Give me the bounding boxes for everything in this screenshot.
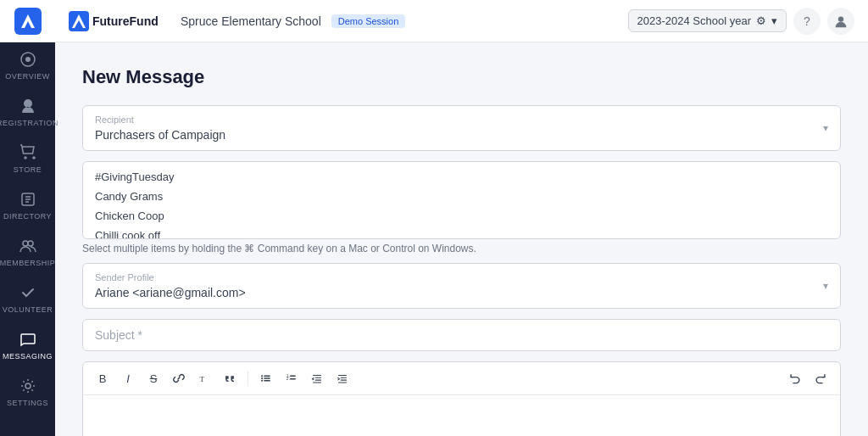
svg-point-17: [261, 375, 263, 377]
sender-select[interactable]: Sender Profile Ariane <ariane@gmail.com>…: [82, 263, 841, 309]
sender-label: Sender Profile: [95, 272, 246, 282]
editor-toolbar: B I S T 1.2.: [83, 362, 840, 395]
svg-rect-26: [290, 378, 296, 379]
registration-icon: [19, 98, 36, 116]
list-item[interactable]: Chicken Coop: [83, 206, 840, 226]
svg-rect-18: [264, 376, 270, 377]
settings-icon: [19, 377, 36, 396]
sidebar-item-messaging[interactable]: Messaging: [0, 322, 55, 369]
sidebar-item-membership[interactable]: Membership: [0, 229, 55, 276]
list-item[interactable]: #GivingTuesday: [83, 167, 840, 187]
italic-button[interactable]: I: [117, 367, 139, 389]
logo: FutureFund: [69, 11, 170, 31]
quote-button[interactable]: [219, 367, 241, 389]
sidebar-item-volunteer[interactable]: Volunteer: [0, 276, 55, 322]
svg-text:T: T: [199, 375, 204, 383]
multi-select-hint: Select multiple items by holding the ⌘ C…: [82, 243, 841, 254]
content-area: New Message Recipient Purchasers of Camp…: [55, 42, 868, 436]
sidebar-label: Store: [14, 165, 42, 174]
profile-button[interactable]: [827, 8, 854, 35]
svg-point-9: [28, 241, 33, 246]
topnav: FutureFund Spruce Elementary School Demo…: [55, 0, 868, 42]
svg-point-14: [838, 16, 843, 21]
sidebar-label: Messaging: [3, 352, 53, 361]
recipient-value: Purchasers of Campaign: [95, 128, 225, 142]
main-area: FutureFund Spruce Elementary School Demo…: [55, 0, 868, 436]
sidebar-label: Directory: [3, 212, 52, 221]
svg-line-15: [178, 377, 181, 380]
list-item[interactable]: Candy Grams: [83, 187, 840, 206]
format-button[interactable]: T: [193, 367, 215, 389]
directory-icon: [19, 191, 36, 210]
sidebar-item-overview[interactable]: Overview: [0, 42, 55, 89]
toolbar-separator: [248, 371, 248, 386]
svg-rect-22: [264, 380, 270, 381]
list-item[interactable]: Chilli cook off: [83, 226, 840, 238]
chevron-down-icon: ▾: [823, 280, 828, 292]
svg-point-10: [25, 383, 31, 388]
campaign-list-inner[interactable]: #GivingTuesday Candy Grams Chicken Coop …: [83, 162, 840, 238]
subject-input[interactable]: [82, 319, 841, 351]
sidebar-item-store[interactable]: Store: [0, 136, 55, 182]
store-icon: [19, 144, 36, 163]
svg-text:FutureFund: FutureFund: [92, 14, 159, 28]
svg-rect-11: [69, 11, 89, 31]
link-button[interactable]: [168, 367, 190, 389]
bullet-list-button[interactable]: [255, 367, 277, 389]
recipient-group: Recipient Purchasers of Campaign ▾: [82, 105, 841, 151]
svg-text:2.: 2.: [287, 377, 290, 381]
message-body[interactable]: [83, 395, 840, 436]
svg-point-3: [25, 57, 31, 62]
year-select[interactable]: 2023-2024 School year ⚙ ▾: [628, 9, 787, 32]
topnav-right: 2023-2024 School year ⚙ ▾ ?: [628, 8, 854, 35]
outdent-button[interactable]: [306, 367, 328, 389]
sender-group: Sender Profile Ariane <ariane@gmail.com>…: [82, 263, 841, 309]
svg-rect-24: [290, 376, 296, 377]
sidebar-logo: [0, 0, 55, 42]
subject-group: [82, 319, 841, 351]
bold-button[interactable]: B: [92, 367, 114, 389]
year-select-label: 2023-2024 School year: [637, 14, 751, 27]
sidebar-item-settings[interactable]: Settings: [0, 369, 55, 416]
overview-icon: [19, 51, 36, 70]
sidebar-label: Overview: [5, 72, 49, 81]
sidebar-item-registration[interactable]: Registration: [0, 89, 55, 136]
sidebar-label: Membership: [0, 259, 55, 267]
sender-value: Ariane <ariane@gmail.com>: [95, 286, 246, 299]
svg-point-8: [23, 241, 28, 246]
sidebar-item-directory[interactable]: Directory: [0, 182, 55, 229]
ordered-list-button[interactable]: 1.2.: [281, 367, 303, 389]
sidebar-label: Registration: [0, 119, 58, 127]
school-name: Spruce Elementary School: [181, 14, 321, 28]
year-select-icon: ⚙: [756, 14, 766, 27]
page-title: New Message: [82, 66, 841, 88]
undo-button[interactable]: [784, 367, 806, 389]
svg-rect-20: [264, 377, 270, 378]
messaging-icon: [19, 331, 36, 349]
volunteer-icon: [19, 284, 36, 303]
chevron-down-icon: ▾: [823, 122, 828, 134]
indent-button[interactable]: [331, 367, 353, 389]
strikethrough-button[interactable]: S: [142, 367, 164, 389]
sidebar-label: Volunteer: [3, 305, 53, 314]
recipient-select[interactable]: Recipient Purchasers of Campaign ▾: [82, 105, 841, 151]
membership-icon: [19, 238, 36, 256]
sidebar: Overview Registration Store Directory Me…: [0, 0, 55, 436]
redo-button[interactable]: [810, 367, 832, 389]
sidebar-label: Settings: [7, 399, 48, 407]
demo-badge: Demo Session: [331, 14, 406, 28]
svg-point-19: [261, 377, 263, 379]
chevron-down-icon: ▾: [771, 14, 777, 27]
help-icon: ?: [804, 14, 810, 28]
svg-point-21: [261, 380, 263, 382]
help-button[interactable]: ?: [793, 8, 821, 35]
recipient-label: Recipient: [95, 115, 225, 125]
message-editor: B I S T 1.2.: [82, 361, 841, 436]
campaign-dropdown-list[interactable]: #GivingTuesday Candy Grams Chicken Coop …: [82, 161, 841, 239]
